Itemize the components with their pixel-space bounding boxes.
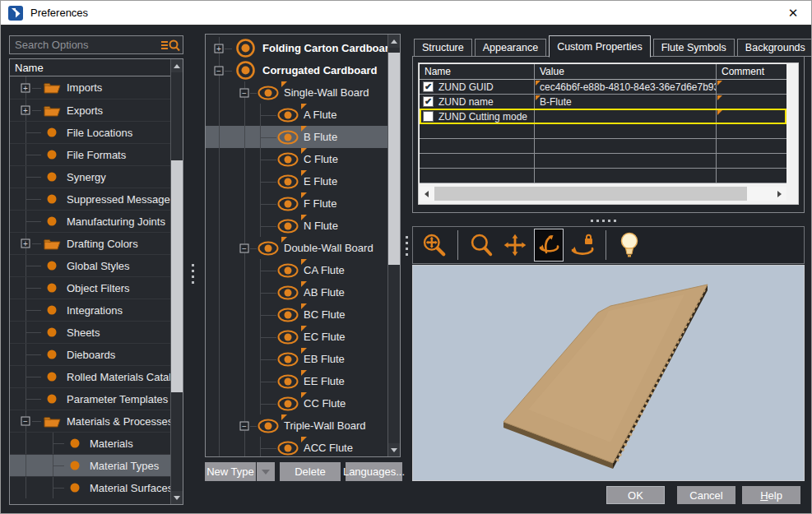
property-comment-cell[interactable] [717, 109, 786, 124]
zoom-button[interactable] [466, 229, 496, 262]
tree-item-a-flute[interactable]: A Flute [206, 104, 387, 126]
tree-item-ec-flute[interactable]: EC Flute [206, 326, 387, 348]
collapse-box-icon[interactable]: − [240, 421, 249, 430]
scroll-up-icon[interactable] [171, 59, 183, 72]
sidebar-item-global-styles[interactable]: Global Styles [10, 254, 170, 276]
tab-structure[interactable]: Structure [414, 39, 472, 57]
property-value-cell[interactable]: cec46b6f-e88b-4810-84e3-36e7d6e7b937 [535, 80, 717, 95]
sidebar-item-integrations[interactable]: Integrations [10, 299, 170, 321]
sidebar-item-object-filters[interactable]: Object Filters [10, 276, 170, 299]
collapse-box-icon[interactable]: − [240, 88, 249, 97]
left-tree-scrollbar[interactable] [170, 59, 183, 504]
sidebar-item-sheets[interactable]: Sheets [10, 321, 170, 343]
horizontal-splitter[interactable] [587, 218, 619, 224]
scroll-right-icon[interactable] [773, 187, 786, 201]
property-checkbox[interactable] [423, 96, 434, 107]
delete-button[interactable]: Delete [280, 462, 341, 481]
close-icon[interactable]: ✕ [786, 6, 800, 21]
column-header-name[interactable]: Name [420, 64, 535, 80]
tab-backgrounds[interactable]: Backgrounds [737, 39, 812, 57]
sidebar-item-suppressed-messages[interactable]: Suppressed Messages [10, 188, 170, 210]
tree-item-e-flute[interactable]: E Flute [206, 170, 387, 192]
pan-button[interactable] [500, 229, 530, 262]
property-value-cell[interactable]: B-Flute [535, 95, 717, 109]
tree-item-triple-wall-board[interactable]: −Triple-Wall Board [206, 414, 387, 437]
search-input[interactable] [10, 38, 160, 52]
tree-item-folding-carton-cardboard[interactable]: +Folding Carton Cardboard [206, 37, 387, 59]
expand-box-icon[interactable]: + [21, 83, 30, 92]
property-comment-cell[interactable] [717, 80, 786, 95]
scroll-down-icon[interactable] [388, 443, 400, 456]
column-header-comment[interactable]: Comment [717, 64, 786, 80]
tree-header-name[interactable]: Name [10, 59, 170, 76]
sidebar-item-parameter-templates[interactable]: Parameter Templates [10, 387, 170, 410]
zoom-extents-button[interactable] [420, 229, 449, 262]
rotate-3d-button[interactable] [534, 229, 564, 262]
sidebar-item-materials-processes[interactable]: −Materials & Processes [10, 410, 170, 432]
tree-item-ee-flute[interactable]: EE Flute [206, 370, 387, 392]
scroll-down-icon[interactable] [171, 491, 183, 504]
sidebar-item-dieboards[interactable]: Dieboards [10, 343, 170, 365]
collapse-box-icon[interactable]: − [215, 66, 224, 75]
rotate-locked-button[interactable] [568, 229, 597, 262]
sidebar-item-synergy[interactable]: Synergy [10, 165, 170, 188]
sidebar-item-file-formats[interactable]: File Formats [10, 143, 170, 165]
tree-item-f-flute[interactable]: F Flute [206, 192, 387, 215]
expand-box-icon[interactable]: + [21, 106, 30, 115]
tree-item-ca-flute[interactable]: CA Flute [206, 259, 387, 281]
sidebar-item-exports[interactable]: +Exports [10, 99, 170, 121]
table-h-scrollbar[interactable] [420, 187, 786, 201]
sidebar-item-rolled-materials-catalog[interactable]: Rolled Materials Catalog [10, 365, 170, 387]
property-name-cell[interactable]: ZUND name [420, 95, 535, 109]
tree-item-acc-flute[interactable]: ACC Flute [206, 437, 387, 456]
property-checkbox[interactable] [423, 111, 434, 122]
tree-item-corrugated-cardboard[interactable]: −Corrugated Cardboard [206, 59, 387, 81]
tree-item-eb-flute[interactable]: EB Flute [206, 348, 387, 370]
sidebar-item-imports[interactable]: +Imports [10, 76, 170, 99]
help-button[interactable]: Help [742, 486, 800, 504]
cancel-button[interactable]: Cancel [677, 486, 735, 504]
search-icon[interactable] [160, 39, 180, 52]
vertical-splitter-right[interactable] [404, 229, 410, 262]
h-scroll-thumb[interactable] [434, 187, 747, 201]
property-name-cell[interactable]: ZUND Cutting mode [420, 109, 535, 124]
scroll-up-icon[interactable] [388, 35, 400, 48]
sidebar-item-drafting-colors[interactable]: +Drafting Colors [10, 232, 170, 254]
tab-flute-symbols[interactable]: Flute Symbols [653, 39, 735, 57]
tree-item-n-flute[interactable]: N Flute [206, 215, 387, 237]
middle-tree-scrollbar[interactable] [387, 35, 400, 456]
new-type-dropdown-button[interactable] [257, 462, 275, 481]
sidebar-item-file-locations[interactable]: File Locations [10, 121, 170, 143]
left-scroll-thumb[interactable] [171, 160, 183, 392]
column-header-value[interactable]: Value [535, 64, 717, 80]
tree-item-bc-flute[interactable]: BC Flute [206, 303, 387, 326]
property-comment-cell[interactable] [717, 95, 786, 109]
tab-appearance[interactable]: Appearance [475, 39, 546, 57]
tree-item-cc-flute[interactable]: CC Flute [206, 392, 387, 414]
languages-button[interactable]: Languages... [346, 462, 402, 481]
expand-box-icon[interactable]: + [215, 44, 224, 53]
tree-item-single-wall-board[interactable]: −Single-Wall Board [206, 81, 387, 104]
sidebar-item-manufacturing-joints[interactable]: Manufacturing Joints [10, 210, 170, 232]
sidebar-item-materials[interactable]: Materials [10, 432, 170, 454]
collapse-box-icon[interactable]: − [21, 417, 30, 426]
middle-scroll-thumb[interactable] [388, 53, 400, 265]
vertical-splitter-left[interactable] [190, 257, 196, 290]
property-checkbox[interactable] [423, 81, 434, 92]
collapse-box-icon[interactable]: − [240, 243, 249, 252]
scroll-left-icon[interactable] [420, 187, 434, 201]
tree-item-c-flute[interactable]: C Flute [206, 148, 387, 170]
sidebar-item-material-surfaces[interactable]: Material Surfaces [10, 476, 170, 498]
expand-box-icon[interactable]: + [21, 239, 30, 248]
new-type-button[interactable]: New Type [205, 462, 256, 481]
tree-item-double-wall-board[interactable]: −Double-Wall Board [206, 237, 387, 259]
property-value-cell[interactable] [535, 109, 717, 124]
tree-item-b-flute[interactable]: B Flute [206, 126, 387, 148]
property-name-cell[interactable]: ZUND GUID [420, 80, 535, 95]
preview-3d-viewport[interactable] [412, 265, 805, 481]
tab-custom-properties[interactable]: Custom Properties [549, 35, 651, 58]
tree-item-ab-flute[interactable]: AB Flute [206, 281, 387, 303]
sidebar-item-material-types[interactable]: Material Types [10, 454, 170, 476]
ok-button[interactable]: OK [606, 486, 665, 504]
light-bulb-button[interactable] [615, 229, 644, 262]
